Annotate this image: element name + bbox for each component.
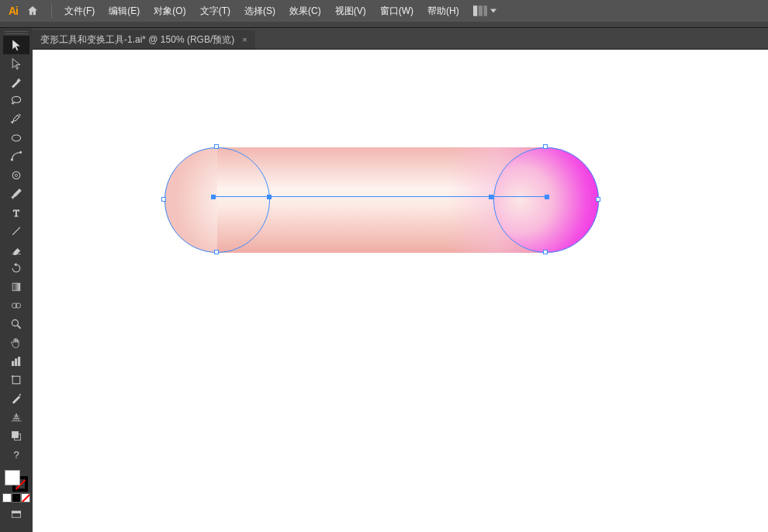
svg-rect-1 xyxy=(478,5,482,16)
svg-point-5 xyxy=(19,151,21,153)
paintbrush-tool[interactable] xyxy=(3,185,29,203)
color-mode-none[interactable] xyxy=(21,493,30,503)
svg-rect-16 xyxy=(15,359,16,366)
line-segment-tool[interactable] xyxy=(3,222,29,240)
artwork-group xyxy=(164,147,599,253)
svg-rect-0 xyxy=(473,5,477,16)
svg-point-13 xyxy=(12,320,18,326)
gradient-tool[interactable] xyxy=(3,278,29,296)
color-mode-row xyxy=(2,493,30,503)
menu-object[interactable]: 对象(O) xyxy=(147,2,192,21)
svg-rect-24 xyxy=(12,511,20,513)
anchor[interactable] xyxy=(543,250,548,254)
selection-connector xyxy=(213,196,548,197)
tab-title: 变形工具和变换工具-1.ai* @ 150% (RGB/预览) xyxy=(40,33,234,47)
anchor[interactable] xyxy=(214,250,219,254)
type-tool[interactable]: T xyxy=(3,203,29,222)
zoom-tool[interactable] xyxy=(3,315,29,333)
svg-rect-10 xyxy=(12,283,20,291)
control-bar xyxy=(0,22,768,28)
anchor[interactable] xyxy=(489,195,493,199)
anchor[interactable] xyxy=(543,144,548,149)
anchor[interactable] xyxy=(211,195,216,199)
rotate-tool[interactable] xyxy=(3,259,29,278)
workspace-switcher[interactable] xyxy=(473,5,496,16)
svg-point-3 xyxy=(12,135,20,141)
eraser-tool[interactable] xyxy=(3,240,29,259)
svg-rect-18 xyxy=(12,376,20,384)
svg-line-9 xyxy=(12,227,20,235)
color-mode-color[interactable] xyxy=(2,493,12,503)
svg-point-12 xyxy=(16,303,20,308)
svg-line-14 xyxy=(18,326,21,329)
main-area xyxy=(0,50,768,532)
magic-wand-tool[interactable] xyxy=(3,73,29,92)
svg-rect-15 xyxy=(12,361,13,366)
slice-tool[interactable] xyxy=(3,389,29,408)
fill-swatch[interactable] xyxy=(5,470,20,485)
svg-rect-2 xyxy=(483,5,487,16)
svg-point-6 xyxy=(12,171,20,179)
direct-selection-tool[interactable] xyxy=(3,54,29,73)
document-tab-bar: 变形工具和变换工具-1.ai* @ 150% (RGB/预览) × xyxy=(0,28,768,50)
curvature-tool[interactable] xyxy=(3,147,29,166)
canvas[interactable] xyxy=(33,50,768,532)
menu-separator xyxy=(51,3,52,19)
app-logo: Ai xyxy=(5,2,22,19)
blend-tool[interactable] xyxy=(3,296,29,315)
svg-rect-21 xyxy=(12,431,18,437)
anchor[interactable] xyxy=(214,144,219,149)
anchor[interactable] xyxy=(161,197,166,202)
menu-window[interactable]: 窗口(W) xyxy=(374,2,420,21)
svg-text:T: T xyxy=(13,208,19,219)
fill-stroke-swatches[interactable] xyxy=(3,468,29,492)
tools-panel: T ? xyxy=(0,28,33,532)
menu-file[interactable]: 文件(F) xyxy=(58,2,101,21)
screen-mode-icon[interactable] xyxy=(3,506,29,524)
svg-rect-17 xyxy=(18,357,19,365)
panel-drag-handle[interactable] xyxy=(0,29,33,36)
ellipse-tool[interactable] xyxy=(3,129,29,147)
menu-help[interactable]: 帮助(H) xyxy=(421,2,465,21)
menu-edit[interactable]: 编辑(E) xyxy=(102,2,146,21)
anchor[interactable] xyxy=(596,197,600,202)
home-icon[interactable] xyxy=(23,2,42,20)
anchor[interactable] xyxy=(545,195,549,199)
menu-view[interactable]: 视图(V) xyxy=(329,2,372,21)
anchor[interactable] xyxy=(267,195,272,199)
selection-tool[interactable] xyxy=(3,36,29,54)
menu-select[interactable]: 选择(S) xyxy=(238,2,282,21)
color-mode-gradient[interactable] xyxy=(12,493,21,503)
menu-effect[interactable]: 效果(C) xyxy=(283,2,327,21)
perspective-grid-tool[interactable] xyxy=(3,408,29,427)
drawing-mode-icon[interactable] xyxy=(3,427,29,445)
shaper-tool[interactable] xyxy=(3,166,29,185)
pen-tool[interactable] xyxy=(3,110,29,129)
selection-outline-right xyxy=(493,147,599,253)
selection-outline-left xyxy=(164,147,270,253)
close-icon[interactable]: × xyxy=(242,35,247,44)
column-graph-tool[interactable] xyxy=(3,352,29,371)
svg-point-4 xyxy=(11,159,12,161)
menu-type[interactable]: 文字(T) xyxy=(194,2,237,21)
lasso-tool[interactable] xyxy=(3,92,29,110)
document-tab[interactable]: 变形工具和变换工具-1.ai* @ 150% (RGB/预览) × xyxy=(33,30,255,49)
help-icon[interactable]: ? xyxy=(3,445,29,464)
svg-point-7 xyxy=(15,174,17,176)
hand-tool[interactable] xyxy=(3,333,29,352)
menu-bar: Ai 文件(F) 编辑(E) 对象(O) 文字(T) 选择(S) 效果(C) 视… xyxy=(0,0,768,22)
artboard-tool[interactable] xyxy=(3,371,29,389)
